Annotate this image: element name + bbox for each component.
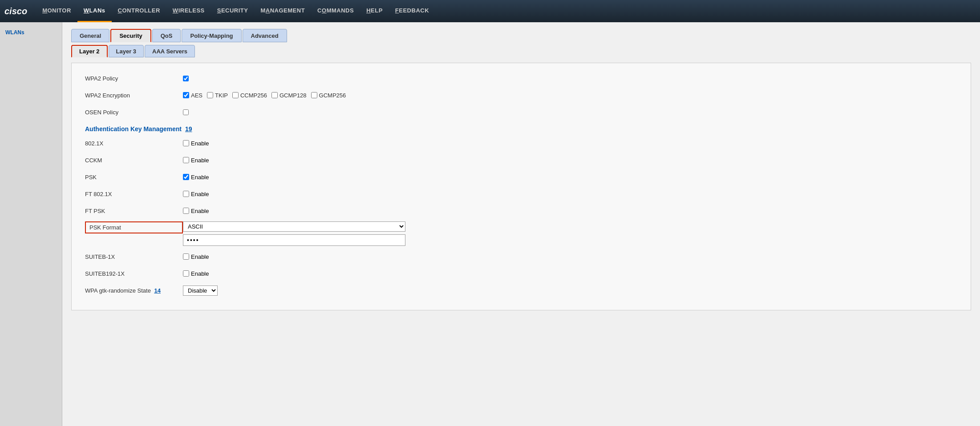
osen-policy-label: OSEN Policy [85,109,183,116]
suiteb192-checkbox[interactable] [183,270,189,277]
wpa2-encryption-label: WPA2 Encryption [85,92,183,99]
sub-tab-layer2[interactable]: Layer 2 [71,45,108,57]
main-tab-row: General Security QoS Policy-Mapping Adva… [71,29,971,42]
tkip-checkbox[interactable] [207,92,213,98]
wpa-gtk-row: WPA gtk-randomize State 14 Disable Enabl… [85,284,957,297]
wpa-gtk-label: WPA gtk-randomize State 14 [85,287,183,294]
tab-qos[interactable]: QoS [152,29,181,42]
auth-ft8021x-label: FT 802.1X [85,191,183,197]
auth-ftpsk-label: FT PSK [85,208,183,214]
tkip-option[interactable]: TKIP [207,92,228,99]
suiteb1x-enable: Enable [183,253,209,260]
logo: cisco [4,6,27,16]
suiteb1x-label: SUITEB-1X [85,253,183,260]
auth-8021x-row: 802.1X Enable [85,137,957,149]
suiteb1x-enable-label: Enable [191,253,209,260]
sidebar: WLANs [0,22,62,426]
osen-policy-row: OSEN Policy [85,106,957,118]
auth-psk-checkbox[interactable] [183,174,189,180]
suiteb192-enable-label: Enable [191,270,209,277]
auth-cckm-checkbox[interactable] [183,157,189,163]
wpa2-policy-controls [183,76,189,81]
nav-help[interactable]: HELP [360,0,389,22]
nav-security[interactable]: SECURITY [211,0,255,22]
auth-key-mgmt-header: Authentication Key Management 19 [85,125,957,133]
auth-ftpsk-enable: Enable [183,208,209,214]
auth-ft8021x-row: FT 802.1X Enable [85,188,957,200]
psk-format-select[interactable]: ASCII HEX [183,221,405,232]
auth-8021x-enable-label: Enable [191,140,209,147]
auth-psk-label: PSK [85,174,183,181]
auth-ftpsk-checkbox[interactable] [183,208,189,214]
auth-psk-enable: Enable [183,174,209,181]
gcmp128-option[interactable]: GCMP128 [271,92,307,99]
osen-policy-controls [183,109,189,115]
psk-format-row: PSK Format ASCII HEX [85,221,957,246]
wpa2-policy-row: WPA2 Policy [85,72,957,84]
auth-8021x-label: 802.1X [85,140,183,147]
top-nav: cisco MONITOR WLANs CONTROLLER WIRELESS … [0,0,980,22]
wpa2-encryption-row: WPA2 Encryption AES TKIP CCMP256 GCMP128 [85,89,957,101]
auth-ft8021x-enable-label: Enable [191,191,209,197]
nav-commands[interactable]: COMMANDS [311,0,360,22]
ccmp256-option[interactable]: CCMP256 [232,92,267,99]
sub-tab-layer3[interactable]: Layer 3 [109,45,144,57]
tab-general[interactable]: General [71,29,109,42]
wpa2-policy-label: WPA2 Policy [85,75,183,82]
auth-ft8021x-checkbox[interactable] [183,191,189,197]
sidebar-item-wlans[interactable]: WLANs [0,27,62,38]
wpa-gtk-select[interactable]: Disable Enable [183,285,218,296]
nav-wlans[interactable]: WLANs [77,0,112,22]
suiteb1x-checkbox[interactable] [183,253,189,260]
auth-cckm-enable-label: Enable [191,157,209,164]
nav-monitor[interactable]: MONITOR [36,0,77,22]
wpa2-encryption-controls: AES TKIP CCMP256 GCMP128 GCMP256 [183,92,346,99]
gcmp256-checkbox[interactable] [311,92,317,98]
auth-psk-row: PSK Enable [85,171,957,183]
auth-ft8021x-enable: Enable [183,191,209,197]
osen-policy-checkbox[interactable] [183,109,189,115]
aes-checkbox[interactable] [183,92,189,98]
tab-advanced[interactable]: Advanced [243,29,287,42]
suiteb192-label: SUITEB192-1X [85,270,183,277]
suiteb192-row: SUITEB192-1X Enable [85,267,957,280]
auth-ftpsk-enable-label: Enable [191,208,209,214]
nav-wireless[interactable]: WIRELESS [166,0,211,22]
auth-cckm-enable: Enable [183,157,209,164]
auth-key-mgmt-link[interactable]: 19 [185,125,192,133]
tab-policy-mapping[interactable]: Policy-Mapping [182,29,241,42]
psk-password-input[interactable] [183,234,405,246]
sub-tab-aaa[interactable]: AAA Servers [145,45,195,57]
content-area: General Security QoS Policy-Mapping Adva… [62,22,980,426]
ccmp256-checkbox[interactable] [232,92,239,98]
sub-tab-row: Layer 2 Layer 3 AAA Servers [71,45,971,57]
auth-8021x-checkbox[interactable] [183,140,189,146]
nav-feedback[interactable]: FEEDBACK [389,0,435,22]
auth-ftpsk-row: FT PSK Enable [85,205,957,217]
psk-format-controls: ASCII HEX [183,221,405,246]
auth-cckm-label: CCKM [85,157,183,164]
nav-controller[interactable]: CONTROLLER [112,0,166,22]
main-area: WLANs General Security QoS Policy-Mappin… [0,22,980,426]
gcmp128-checkbox[interactable] [271,92,278,98]
auth-cckm-row: CCKM Enable [85,154,957,166]
auth-key-mgmt-label: Authentication Key Management [85,125,182,133]
aes-option[interactable]: AES [183,92,202,99]
tab-security[interactable]: Security [110,29,151,42]
gcmp256-option[interactable]: GCMP256 [311,92,346,99]
nav-management[interactable]: MANAGEMENT [254,0,311,22]
suiteb192-enable: Enable [183,270,209,277]
suiteb1x-row: SUITEB-1X Enable [85,250,957,263]
wpa-gtk-link[interactable]: 14 [154,287,161,294]
auth-8021x-enable: Enable [183,140,209,147]
form-area: WPA2 Policy WPA2 Encryption AES TKIP CCM… [71,63,971,310]
psk-format-label: PSK Format [85,221,183,233]
auth-psk-enable-label: Enable [191,174,209,181]
wpa2-policy-checkbox[interactable] [183,76,189,81]
